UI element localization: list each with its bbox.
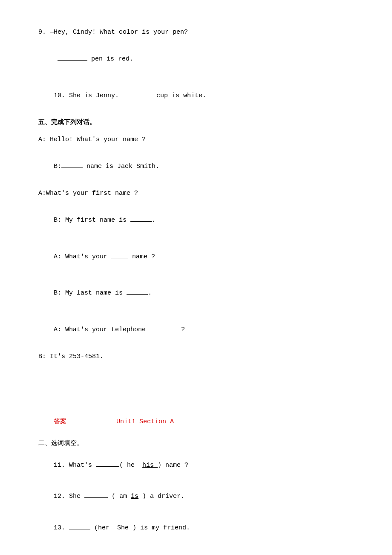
d4-suffix: . <box>152 217 156 224</box>
dialogue-line-5: A: What's your name ? <box>38 243 354 272</box>
blank <box>123 97 153 97</box>
text: 13. <box>54 524 69 532</box>
ans-13: 13. (her She ) is my friend. <box>38 514 354 543</box>
underline-answer: his <box>142 462 158 469</box>
text: ( he <box>119 462 142 469</box>
dialogue-line-2: B: name is Jack Smith. <box>38 153 354 182</box>
text: ) a driver. <box>138 493 184 500</box>
blank <box>111 258 128 258</box>
spacer <box>38 369 354 408</box>
question-9a: 9. —Hey, Cindy! What color is your pen? <box>38 28 354 38</box>
dialogue-line-3: A:What's your first name ? <box>38 189 354 199</box>
answers-title: Unit1 Section A <box>116 418 174 425</box>
blank <box>150 331 177 331</box>
blank <box>69 529 90 529</box>
dialogue-line-8: B: It's 253-4581. <box>38 352 354 362</box>
d6-prefix: B: My last name is <box>54 289 127 297</box>
blank <box>127 294 148 295</box>
dialogue-line-7: A: What's your telephone ? <box>38 315 354 344</box>
blank <box>130 221 152 222</box>
underline-answer: is <box>131 493 138 500</box>
section-5-heading: 五、完成下列对话。 <box>38 118 354 128</box>
d7-suffix: ? <box>177 326 185 333</box>
dialogue-line-6: B: My last name is . <box>38 279 354 308</box>
answers-header: 答案 Unit1 Section A <box>38 408 354 436</box>
text: ) name ? <box>158 462 188 469</box>
d6-suffix: . <box>148 289 152 297</box>
q9b-suffix: pen is red. <box>87 55 133 63</box>
ans-11: 11. What's ( he his ) name ? <box>38 451 354 480</box>
question-10: 10. She is Jenny. cup is white. <box>38 81 354 110</box>
d2-suffix: name is Jack Smith. <box>83 163 159 170</box>
answers-label: 答案 <box>54 418 66 425</box>
text: ) is my friend. <box>129 524 190 532</box>
d2-prefix: B: <box>54 163 61 170</box>
document-page: 9. —Hey, Cindy! What color is your pen? … <box>0 0 392 555</box>
dialogue-line-4: B: My first name is . <box>38 206 354 235</box>
q10-prefix: 10. She is Jenny. <box>54 92 123 99</box>
blank <box>58 60 87 61</box>
d5-prefix: A: What's your <box>54 253 111 260</box>
ans-12: 12. She ( am is ) a driver. <box>38 483 354 512</box>
ans-14: 14. Mary is ( her she ) English name . <box>38 545 354 555</box>
question-9b: — pen is red. <box>38 45 354 74</box>
text: 12. She <box>54 493 84 500</box>
text: (her <box>90 524 117 532</box>
q9b-prefix: — <box>54 55 58 63</box>
dialogue-line-1: A: Hello! What's your name ? <box>38 135 354 145</box>
d5-suffix: name ? <box>128 253 155 260</box>
section-2-heading: 二、选词填空。 <box>38 439 354 449</box>
text: 11. What's <box>54 462 96 469</box>
blank <box>84 497 108 498</box>
q10-suffix: cup is white. <box>153 92 206 99</box>
d7-prefix: A: What's your telephone <box>54 326 150 333</box>
underline-answer: She <box>117 524 129 532</box>
d4-prefix: B: My first name is <box>54 217 130 224</box>
spacer-inline <box>66 418 116 425</box>
blank <box>61 168 83 168</box>
text: ( am <box>108 493 131 500</box>
blank <box>96 466 119 467</box>
